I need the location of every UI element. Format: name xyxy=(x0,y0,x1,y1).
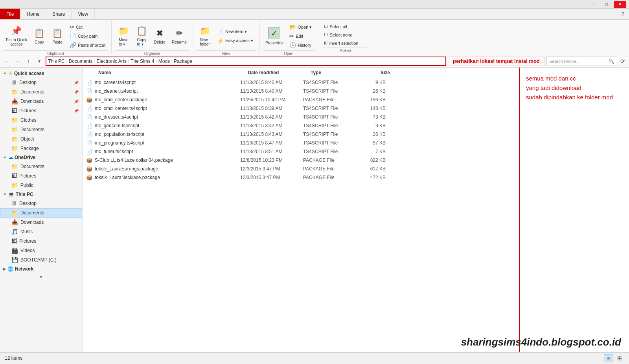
sidebar-item-clothes-qa[interactable]: 📁 Clothes xyxy=(0,115,82,125)
recent-locations-button[interactable]: ▾ xyxy=(35,57,44,66)
refresh-button[interactable]: ⟳ xyxy=(618,57,627,66)
search-icon[interactable]: 🔍 xyxy=(609,59,614,64)
copy-path-label: Copy path xyxy=(78,34,97,38)
title-bar: ─ □ ✕ xyxy=(0,0,629,9)
breadcrumb-documents[interactable]: Documents xyxy=(69,59,93,64)
sidebar-item-documents-pc[interactable]: 📁 Documents xyxy=(0,208,82,218)
breadcrumb-the-sims-4[interactable]: The Sims 4 xyxy=(131,59,154,64)
file-row[interactable]: 📄mc_cmd_center.ts4script11/13/2015 8:39 … xyxy=(83,104,519,113)
col-header-size[interactable]: Size xyxy=(360,69,392,76)
search-box[interactable]: Search Packa... 🔍 xyxy=(546,57,617,66)
file-row[interactable]: 📦toksik_LauraNecklace.package12/3/2015 3… xyxy=(83,173,519,182)
thispc-header[interactable]: ▼ 💻 This PC xyxy=(0,190,82,199)
breadcrumb-package[interactable]: Package xyxy=(174,59,192,64)
file-row[interactable]: 📄mc_pregnancy.ts4script11/13/2015 8:47 A… xyxy=(83,139,519,147)
sidebar-scroll-down[interactable]: ▼ xyxy=(0,273,82,281)
file-row[interactable]: 📦S-Club LL ts4 Lace collar 04.package12/… xyxy=(83,156,519,165)
sidebar-item-object-qa[interactable]: 📁 Object xyxy=(0,134,82,144)
address-box[interactable]: This PC › Documents › Electronic Arts › … xyxy=(46,57,446,66)
forward-button[interactable]: → xyxy=(13,57,22,66)
sidebar-item-bootcamp[interactable]: 💾 BOOTCAMP (C:) xyxy=(0,255,82,265)
file-row[interactable]: 📄mc_tuner.ts4script11/13/2015 8:51 AMTS4… xyxy=(83,147,519,156)
object-icon: 📁 xyxy=(11,136,18,142)
file-row[interactable]: 📦toksik_LauraEarrings.package12/3/2015 3… xyxy=(83,165,519,173)
quick-access-header[interactable]: ▼ ★ Quick access xyxy=(0,69,82,78)
maximize-button[interactable]: □ xyxy=(601,1,612,8)
sidebar-item-documents-qa[interactable]: 📁 Documents 📌 xyxy=(0,87,82,97)
paste-shortcut-button[interactable]: 🔗 Paste shortcut xyxy=(67,41,108,49)
move-to-button[interactable]: 📁 Moveto ▾ xyxy=(115,23,132,49)
file-size: 143 KB xyxy=(354,106,386,111)
onedrive-header[interactable]: ▼ ☁ OneDrive xyxy=(0,153,82,162)
breadcrumb-electronic-arts[interactable]: Electronic Arts xyxy=(96,59,127,64)
cut-button[interactable]: ✂ Cut xyxy=(67,23,108,31)
col-header-date[interactable]: Date modified xyxy=(246,69,309,76)
file-date: 11/13/2015 8:40 AM xyxy=(240,88,303,94)
clipboard-small-buttons: ✂ Cut 📄 Copy path 🔗 Paste shortcut xyxy=(67,23,108,49)
up-button[interactable]: ↑ xyxy=(24,57,33,66)
new-folder-button[interactable]: 📁 Newfolder xyxy=(196,23,213,49)
open-button[interactable]: 📂 Open ▾ xyxy=(287,23,314,31)
edit-button[interactable]: ✏ Edit xyxy=(287,32,314,40)
sidebar-item-videos-pc[interactable]: 🎬 Videos xyxy=(0,246,82,255)
sidebar-item-package-qa[interactable]: 📁 Package xyxy=(0,144,82,153)
tab-file[interactable]: File xyxy=(0,9,20,19)
file-row[interactable]: 📄mc_dresser.ts4script11/13/2015 8:42 AMT… xyxy=(83,113,519,121)
back-button[interactable]: ← xyxy=(2,57,11,66)
status-bar: 12 items ≡ ⊞ xyxy=(0,352,629,363)
file-row[interactable]: 📄mc_cleaner.ts4script11/13/2015 8:40 AMT… xyxy=(83,87,519,95)
history-button[interactable]: 🕒 History xyxy=(287,41,314,49)
close-button[interactable]: ✕ xyxy=(614,1,626,8)
properties-label: Properties xyxy=(265,41,283,45)
col-header-type[interactable]: Type xyxy=(309,69,360,76)
file-size: 472 KB xyxy=(354,175,386,180)
large-icons-view-button[interactable]: ⊞ xyxy=(615,354,624,362)
properties-button[interactable]: ✓ Properties xyxy=(263,23,286,49)
tab-home[interactable]: Home xyxy=(20,9,46,19)
sidebar-item-downloads-qa[interactable]: 📥 Downloads 📌 xyxy=(0,97,82,106)
file-row[interactable]: 📄mc_gedcom.ts4script11/13/2015 8:42 AMTS… xyxy=(83,121,519,130)
file-row[interactable]: 📄mc_career.ts4script11/13/2015 8:40 AMTS… xyxy=(83,78,519,87)
file-row[interactable]: 📄mc_population.ts4script11/13/2015 8:43 … xyxy=(83,130,519,139)
file-row[interactable]: 📦mc_cmd_center.package11/26/2015 10:42 P… xyxy=(83,95,519,104)
copy-path-button[interactable]: 📄 Copy path xyxy=(67,32,108,40)
invert-selection-button[interactable]: ⊞ Invert selection xyxy=(321,39,361,47)
sidebar-label-pictures-pc: Pictures xyxy=(19,238,36,244)
cut-icon: ✂ xyxy=(70,24,74,30)
col-header-name[interactable]: Name xyxy=(97,69,246,76)
new-small-buttons: 📄 New item ▾ ⚡ Easy access ▾ xyxy=(214,27,256,45)
pin-indicator-docs: 📌 xyxy=(74,90,79,94)
rename-button[interactable]: ✏ Rename xyxy=(169,23,189,49)
copy-button[interactable]: 📋 Copy xyxy=(31,23,48,49)
sidebar-item-music-pc[interactable]: 🎵 Music xyxy=(0,227,82,236)
easy-access-button[interactable]: ⚡ Easy access ▾ xyxy=(214,37,256,45)
sidebar-item-pictures-qa[interactable]: 🖼 Pictures 📌 xyxy=(0,106,82,115)
new-item-button[interactable]: 📄 New item ▾ xyxy=(214,27,256,36)
sidebar-item-desktop-pc[interactable]: 🖥 Desktop xyxy=(0,199,82,208)
minimize-button[interactable]: ─ xyxy=(587,1,599,8)
sidebar-item-downloads-pc[interactable]: 📥 Downloads xyxy=(0,218,82,227)
sidebar-label-desktop-qa: Desktop xyxy=(19,80,37,85)
sidebar-item-od-public[interactable]: 📁 Public xyxy=(0,181,82,190)
delete-button[interactable]: ✖ Delete xyxy=(151,23,168,49)
sidebar-item-od-pictures[interactable]: 🖼 Pictures xyxy=(0,171,82,181)
tab-share[interactable]: Share xyxy=(46,9,72,19)
history-icon: 🕒 xyxy=(289,42,296,48)
details-view-button[interactable]: ≡ xyxy=(604,354,613,362)
network-header[interactable]: ▶ 🌐 Network xyxy=(0,265,82,273)
sidebar-item-od-documents[interactable]: 📁 Documents xyxy=(0,162,82,171)
thispc-label: This PC xyxy=(16,192,33,197)
select-all-button[interactable]: ☐ Select all xyxy=(321,23,361,30)
paste-button[interactable]: 📋 Paste xyxy=(49,23,66,49)
pin-to-quick-access-button[interactable]: 📌 Pin to Quickaccess xyxy=(3,23,30,49)
help-icon[interactable]: ? xyxy=(617,9,629,19)
copy-to-button[interactable]: 📋 Copyto ▾ xyxy=(133,23,150,49)
breadcrumb-this-pc[interactable]: This PC xyxy=(48,59,65,64)
sidebar-item-desktop-qa[interactable]: 🖥 Desktop 📌 xyxy=(0,78,82,87)
rename-icon: ✏ xyxy=(176,28,183,38)
sidebar-item-pictures-pc[interactable]: 🖼 Pictures xyxy=(0,236,82,246)
breadcrumb-mods[interactable]: Mods xyxy=(158,59,170,64)
sidebar-item-documents2-qa[interactable]: 📁 Documents xyxy=(0,125,82,134)
tab-view[interactable]: View xyxy=(72,9,95,19)
select-none-button[interactable]: ☐ Select none xyxy=(321,31,361,38)
